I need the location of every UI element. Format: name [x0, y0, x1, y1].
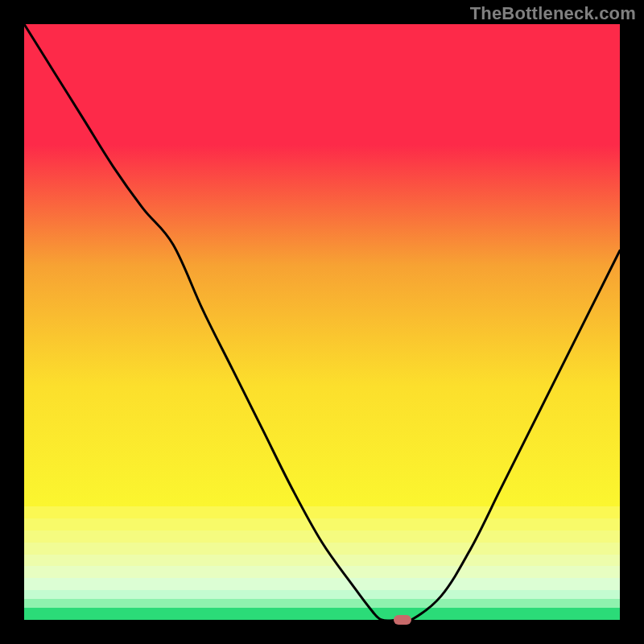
- watermark-text: TheBottleneck.com: [470, 3, 636, 24]
- optimal-point-marker: [394, 615, 411, 625]
- plot-area: [24, 24, 620, 620]
- chart-frame: TheBottleneck.com: [0, 0, 644, 644]
- bottleneck-curve: [24, 24, 620, 620]
